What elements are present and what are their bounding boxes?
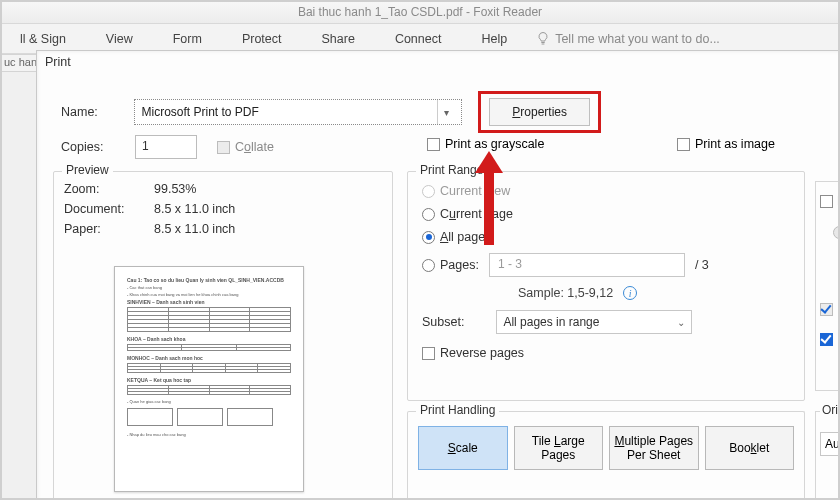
right-au2-checkbox[interactable] bbox=[820, 333, 833, 346]
info-icon[interactable]: i bbox=[623, 286, 637, 300]
chevron-down-icon: ⌄ bbox=[677, 317, 685, 328]
menu-help[interactable]: Help bbox=[461, 32, 527, 46]
current-view-label: Current view bbox=[440, 184, 510, 198]
menu-fill-sign[interactable]: ll & Sign bbox=[0, 32, 86, 46]
zoom-label: Zoom: bbox=[64, 182, 154, 196]
subset-value: All pages in range bbox=[503, 315, 599, 329]
print-handling-group: Print Handling Scale Tile Large Pages Mu… bbox=[407, 411, 805, 500]
all-pages-radio[interactable] bbox=[422, 231, 435, 244]
paper-size-value: 8.5 x 11.0 inch bbox=[154, 222, 235, 236]
page-thumbnail: Cau 1: Tao co so du lieu Quan ly sinh vi… bbox=[114, 266, 304, 492]
paper-size-label: Paper: bbox=[64, 222, 154, 236]
grayscale-checkbox[interactable] bbox=[427, 138, 440, 151]
collate-label: Collate bbox=[235, 140, 274, 154]
properties-highlight-box: Properties bbox=[478, 91, 601, 133]
reverse-pages-checkbox[interactable] bbox=[422, 347, 435, 360]
preview-legend: Preview bbox=[62, 163, 113, 177]
tell-me-search[interactable]: Tell me what you want to do... bbox=[555, 32, 720, 46]
pages-radio[interactable] bbox=[422, 259, 435, 272]
menu-view[interactable]: View bbox=[86, 32, 153, 46]
orientation-legend: Orienta bbox=[820, 403, 840, 417]
preview-group: Preview Zoom:99.53% Document:8.5 x 11.0 … bbox=[53, 171, 393, 500]
printer-select-value: Microsoft Print to PDF bbox=[141, 105, 258, 119]
menu-form[interactable]: Form bbox=[153, 32, 222, 46]
app-titlebar: Bai thuc hanh 1_Tao CSDL.pdf - Foxit Rea… bbox=[0, 0, 840, 24]
document-size-label: Document: bbox=[64, 202, 154, 216]
printer-name-label: Name: bbox=[61, 105, 134, 119]
pages-input[interactable]: 1 - 3 bbox=[489, 253, 685, 277]
right-dim-radio bbox=[833, 226, 840, 239]
booklet-button[interactable]: Booklet bbox=[705, 426, 795, 470]
menu-connect[interactable]: Connect bbox=[375, 32, 462, 46]
lightbulb-icon bbox=[535, 31, 551, 47]
printer-select[interactable]: Microsoft Print to PDF ▾ bbox=[134, 99, 462, 125]
current-page-label: Current page bbox=[440, 207, 513, 221]
copies-label: Copies: bbox=[61, 140, 135, 154]
reverse-pages-label: Reverse pages bbox=[440, 346, 524, 360]
all-pages-label: All pages bbox=[440, 230, 491, 244]
zoom-value: 99.53% bbox=[154, 182, 196, 196]
right-prin-checkbox[interactable] bbox=[820, 195, 833, 208]
document-size-value: 8.5 x 11.0 inch bbox=[154, 202, 235, 216]
menu-share[interactable]: Share bbox=[302, 32, 375, 46]
print-range-group: Print Range Current view Current page Al… bbox=[407, 171, 805, 401]
pages-sample-text: Sample: 1,5-9,12 bbox=[518, 286, 613, 300]
tile-large-pages-button[interactable]: Tile Large Pages bbox=[514, 426, 604, 470]
multiple-pages-button[interactable]: Multiple Pages Per Sheet bbox=[609, 426, 699, 470]
dialog-title: Print bbox=[37, 51, 840, 73]
pages-total: / 3 bbox=[695, 258, 709, 272]
current-page-radio[interactable] bbox=[422, 208, 435, 221]
print-handling-legend: Print Handling bbox=[416, 403, 499, 417]
right-panel-clipped: Prin Au Au bbox=[815, 181, 840, 391]
current-view-radio bbox=[422, 185, 435, 198]
properties-button[interactable]: Properties bbox=[489, 98, 590, 126]
scale-button[interactable]: Scale bbox=[418, 426, 508, 470]
print-as-image-label: Print as image bbox=[695, 137, 775, 151]
orientation-select[interactable]: Auto bbox=[820, 432, 840, 456]
subset-label: Subset: bbox=[422, 315, 464, 329]
chevron-down-icon: ▾ bbox=[437, 100, 455, 124]
collate-checkbox bbox=[217, 141, 230, 154]
copies-input[interactable]: 1 bbox=[135, 135, 197, 159]
print-as-image-checkbox[interactable] bbox=[677, 138, 690, 151]
pages-label: Pages: bbox=[440, 258, 479, 272]
right-au1-checkbox bbox=[820, 303, 833, 316]
orientation-group-clipped: Orienta Auto bbox=[815, 411, 840, 500]
print-dialog: Print Name: Microsoft Print to PDF ▾ Pro… bbox=[36, 50, 840, 500]
print-range-legend: Print Range bbox=[416, 163, 487, 177]
grayscale-label: Print as grayscale bbox=[445, 137, 544, 151]
menu-protect[interactable]: Protect bbox=[222, 32, 302, 46]
subset-select[interactable]: All pages in range ⌄ bbox=[496, 310, 692, 334]
